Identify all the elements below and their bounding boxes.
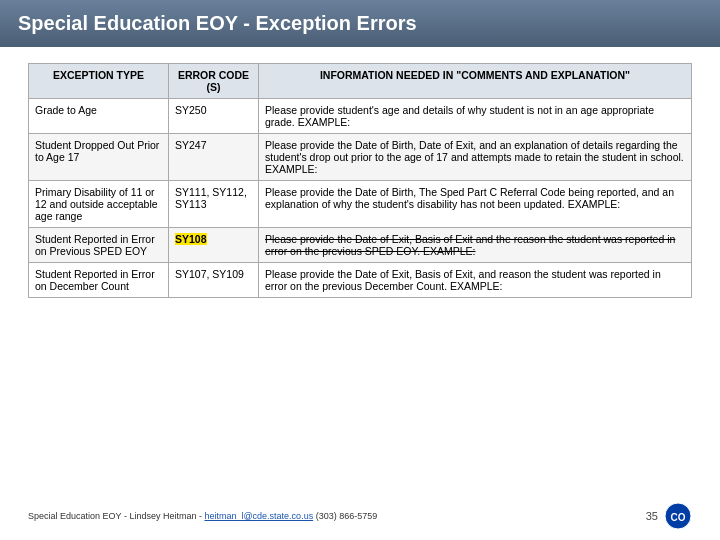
cell-info-text: Please provide the Date of Birth, The Sp… xyxy=(259,181,692,228)
col-header-type: EXCEPTION TYPE xyxy=(29,64,169,99)
table-row: Student Reported in Error on December Co… xyxy=(29,263,692,298)
footer-text: Special Education EOY - Lindsey Heitman … xyxy=(28,511,377,521)
cell-info-text: Please provide the Date of Birth, Date o… xyxy=(259,134,692,181)
table-row: Student Dropped Out Prior to Age 17SY247… xyxy=(29,134,692,181)
table-row: Student Reported in Error on Previous SP… xyxy=(29,228,692,263)
cell-exception-type: Student Reported in Error on December Co… xyxy=(29,263,169,298)
cell-exception-type: Student Reported in Error on Previous SP… xyxy=(29,228,169,263)
cell-error-code: SY108 xyxy=(169,228,259,263)
table-row: Grade to AgeSY250Please provide student'… xyxy=(29,99,692,134)
page-title: Special Education EOY - Exception Errors xyxy=(18,12,417,34)
cell-error-code: SY250 xyxy=(169,99,259,134)
page-header: Special Education EOY - Exception Errors xyxy=(0,0,720,47)
col-header-code: ERROR CODE (S) xyxy=(169,64,259,99)
footer-right: 35 CO xyxy=(646,502,692,530)
footer-phone: (303) 866-5759 xyxy=(316,511,378,521)
footer-email[interactable]: heitman_l@cde.state.co.us xyxy=(204,511,313,521)
cell-error-code: SY247 xyxy=(169,134,259,181)
cell-info-text: Please provide the Date of Exit, Basis o… xyxy=(259,228,692,263)
co-logo-icon: CO xyxy=(664,502,692,530)
cell-exception-type: Grade to Age xyxy=(29,99,169,134)
cell-exception-type: Student Dropped Out Prior to Age 17 xyxy=(29,134,169,181)
page-footer: Special Education EOY - Lindsey Heitman … xyxy=(28,502,692,530)
cell-error-code: SY107, SY109 xyxy=(169,263,259,298)
exceptions-table: EXCEPTION TYPE ERROR CODE (S) INFORMATIO… xyxy=(28,63,692,298)
col-header-info: INFORMATION NEEDED IN "COMMENTS AND EXPL… xyxy=(259,64,692,99)
cell-exception-type: Primary Disability of 11 or 12 and outsi… xyxy=(29,181,169,228)
cell-info-text: Please provide student's age and details… xyxy=(259,99,692,134)
cell-info-text: Please provide the Date of Exit, Basis o… xyxy=(259,263,692,298)
cell-error-code: SY111, SY112, SY113 xyxy=(169,181,259,228)
table-header-row: EXCEPTION TYPE ERROR CODE (S) INFORMATIO… xyxy=(29,64,692,99)
page-number: 35 xyxy=(646,510,658,522)
table-row: Primary Disability of 11 or 12 and outsi… xyxy=(29,181,692,228)
footer-label: Special Education EOY - Lindsey Heitman … xyxy=(28,511,204,521)
svg-text:CO: CO xyxy=(671,512,686,523)
main-content: EXCEPTION TYPE ERROR CODE (S) INFORMATIO… xyxy=(0,47,720,314)
